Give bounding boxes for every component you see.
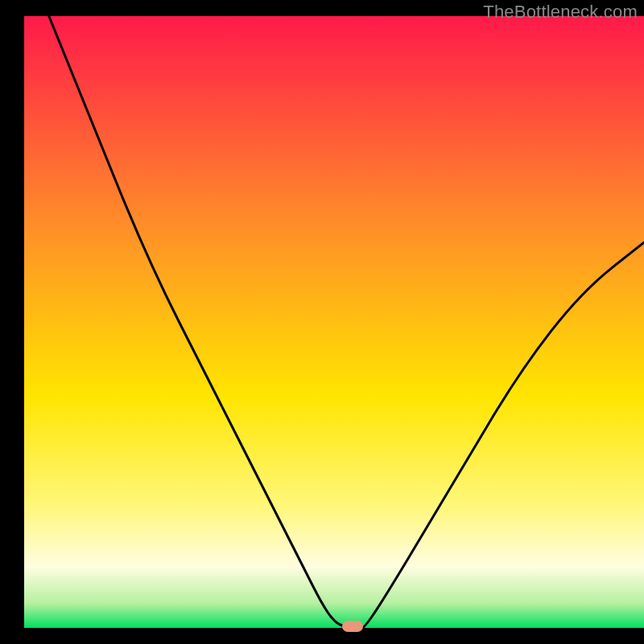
chart-svg — [0, 0, 644, 644]
watermark-text: TheBottleneck.com — [483, 2, 638, 23]
chart-container: TheBottleneck.com — [0, 0, 644, 644]
minimum-marker — [342, 621, 363, 632]
plot-area — [24, 16, 644, 628]
